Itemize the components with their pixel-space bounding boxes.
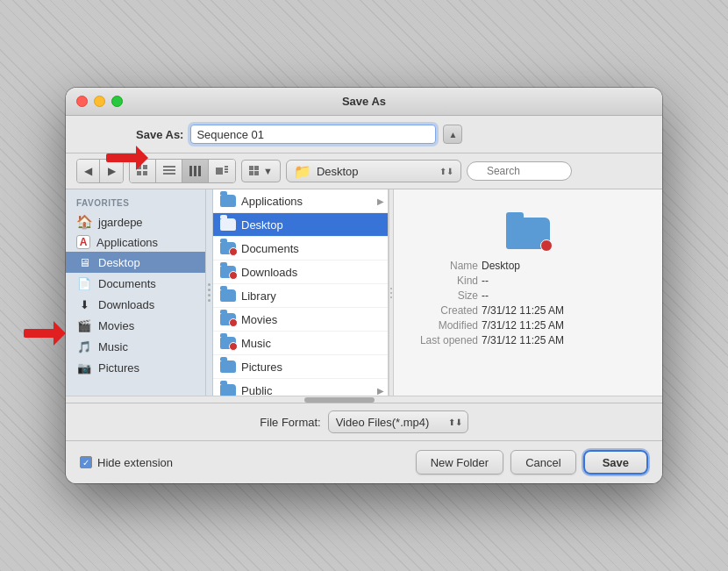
saveas-input[interactable]	[190, 125, 436, 144]
sidebar-item-movies[interactable]: 🎬 Movies	[66, 315, 205, 336]
documents-icon: 📄	[76, 275, 92, 291]
file-item-pictures[interactable]: Pictures	[213, 355, 388, 379]
scroll-thumb[interactable]	[304, 397, 375, 403]
action-row: ✓ Hide extension New Folder Cancel Save	[66, 441, 662, 483]
sidebar-item-desktop[interactable]: 🖥 Desktop	[66, 252, 205, 273]
hide-extension-checkbox[interactable]: ✓	[80, 456, 92, 468]
detail-info: Name Desktop Kind -- Size -- Created 7/3…	[408, 260, 648, 349]
detail-kind-value: --	[482, 275, 489, 287]
detail-size-value: --	[482, 289, 489, 302]
detail-size-key: Size	[408, 289, 478, 302]
applications-icon: A	[76, 235, 90, 249]
save-dialog: Save As Save As: ▲ ◀ ▶	[66, 88, 662, 483]
file-name-pictures: Pictures	[241, 360, 282, 374]
detail-name-row: Name Desktop	[408, 260, 648, 272]
detail-modified-key: Modified	[408, 319, 478, 332]
save-button[interactable]: Save	[583, 450, 648, 475]
detail-lastopened-key: Last opened	[408, 334, 478, 346]
detail-kind-key: Kind	[408, 275, 478, 287]
desktop-icon: 🖥	[76, 254, 92, 270]
format-dropdown[interactable]: Video Files(*.mp4) ⬆⬇	[328, 410, 468, 433]
detail-size-row: Size --	[408, 289, 648, 302]
view-column-button[interactable]	[182, 160, 209, 182]
file-name-movies: Movies	[241, 313, 277, 326]
file-item-library[interactable]: Library	[213, 284, 388, 308]
file-item-desktop[interactable]: Desktop	[213, 213, 388, 237]
file-item-applications[interactable]: Applications ▶	[213, 189, 388, 213]
location-label: Desktop	[317, 165, 359, 178]
svg-rect-17	[254, 171, 259, 175]
detail-created-key: Created	[408, 304, 478, 317]
file-item-movies[interactable]: Movies	[213, 308, 388, 332]
format-dropdown-arrow: ⬆⬇	[448, 418, 462, 427]
expand-button[interactable]: ▲	[443, 125, 462, 144]
scroll-area[interactable]	[66, 396, 662, 403]
maximize-button[interactable]	[111, 96, 123, 107]
saveas-row: Save As: ▲	[66, 116, 662, 153]
movies-icon: 🎬	[76, 318, 92, 333]
search-input[interactable]	[467, 161, 572, 181]
detail-name-key: Name	[408, 260, 478, 272]
saveas-label: Save As:	[136, 128, 183, 141]
sidebar-item-jgardepe[interactable]: 🏠 jgardepe	[66, 211, 205, 232]
sidebar-item-documents[interactable]: 📄 Documents	[66, 273, 205, 294]
view-cover-button[interactable]	[209, 160, 235, 182]
search-wrapper: 🔍	[467, 161, 572, 181]
file-item-documents[interactable]: Documents	[213, 237, 388, 261]
format-value: Video Files(*.mp4)	[336, 416, 430, 429]
sidebar-item-pictures[interactable]: 📷 Pictures	[66, 357, 205, 378]
svg-rect-12	[225, 168, 228, 170]
sidebar-item-applications[interactable]: A Applications	[66, 232, 205, 252]
sidebar-item-music[interactable]: 🎵 Music	[66, 336, 205, 357]
downloads-icon: ⬇	[76, 296, 92, 312]
arrange-button[interactable]: ▼	[241, 160, 281, 182]
back-button[interactable]: ◀	[77, 160, 100, 182]
detail-created-value: 7/31/12 11:25 AM	[482, 304, 564, 317]
cancel-button[interactable]: Cancel	[510, 450, 575, 475]
chevron-right-icon: ▶	[377, 386, 384, 396]
svg-rect-7	[189, 166, 192, 176]
sidebar-item-jgardepe-label: jgardepe	[98, 216, 143, 229]
dialog-title: Save As	[342, 95, 386, 108]
svg-rect-10	[216, 168, 223, 175]
file-item-public[interactable]: Public ▶	[213, 379, 388, 396]
minimize-button[interactable]	[94, 96, 105, 107]
detail-name-value: Desktop	[482, 260, 520, 272]
window-controls	[76, 96, 123, 107]
svg-rect-14	[249, 166, 253, 170]
sidebar-item-downloads-label: Downloads	[98, 298, 154, 311]
format-label: File Format:	[260, 416, 320, 429]
folder-icon	[220, 311, 236, 327]
main-content: FAVORITES 🏠 jgardepe A Applications 🖥 De…	[66, 189, 662, 396]
sidebar-resize-handle[interactable]	[206, 189, 213, 396]
close-button[interactable]	[76, 96, 88, 107]
detail-lastopened-value: 7/31/12 11:25 AM	[482, 334, 564, 346]
svg-rect-16	[249, 171, 253, 175]
sidebar-item-downloads[interactable]: ⬇ Downloads	[66, 294, 205, 315]
view-list-button[interactable]	[156, 160, 182, 182]
sidebar-section-label: FAVORITES	[66, 196, 205, 211]
toolbar: ◀ ▶ ▼	[66, 153, 662, 189]
folder-icon	[220, 264, 236, 280]
new-folder-button[interactable]: New Folder	[416, 450, 503, 475]
detail-created-row: Created 7/31/12 11:25 AM	[408, 304, 648, 317]
svg-rect-6	[163, 173, 175, 175]
folder-icon	[220, 240, 236, 256]
sidebar-item-music-label: Music	[98, 340, 128, 353]
location-arrow: ⬆⬇	[439, 167, 453, 176]
folder-icon	[220, 382, 236, 396]
file-name-documents: Documents	[241, 242, 299, 255]
folder-icon	[220, 217, 236, 232]
hide-extension-label: Hide extension	[97, 456, 173, 469]
hide-extension-wrapper: ✓ Hide extension	[80, 456, 173, 469]
file-item-downloads[interactable]: Downloads	[213, 261, 388, 284]
svg-rect-9	[198, 166, 201, 176]
svg-rect-5	[163, 169, 175, 171]
folder-icon	[220, 288, 236, 303]
svg-rect-11	[225, 166, 228, 168]
file-name-downloads: Downloads	[241, 266, 297, 279]
file-item-music[interactable]: Music	[213, 332, 388, 355]
svg-rect-3	[143, 171, 147, 175]
svg-rect-4	[163, 166, 175, 168]
location-dropdown[interactable]: 📁 Desktop ⬆⬇	[286, 160, 461, 182]
